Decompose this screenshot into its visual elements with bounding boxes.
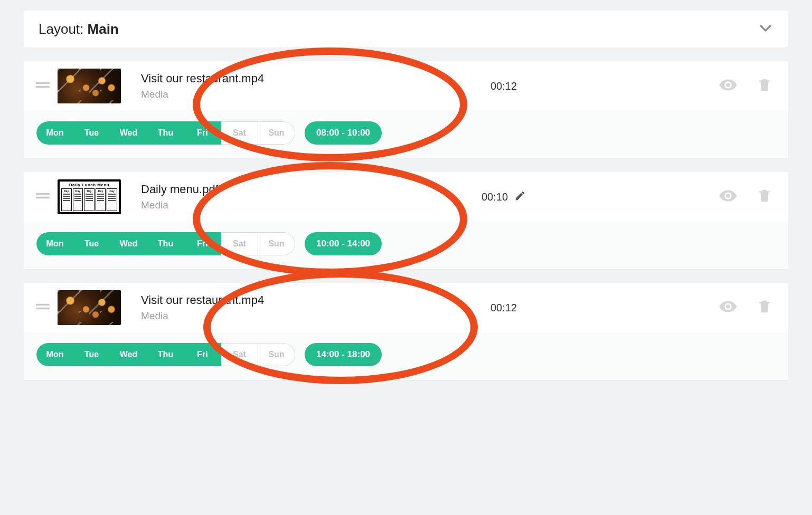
eye-icon[interactable] xyxy=(719,297,738,318)
schedule-row: MonTueWedThuFriSatSun14:00 - 18:00 xyxy=(24,332,788,380)
time-range-pill[interactable]: 08:00 - 10:00 xyxy=(305,121,382,145)
day-tue[interactable]: Tue xyxy=(73,343,110,366)
item-actions xyxy=(719,297,777,318)
layout-header-card: Layout: Main xyxy=(24,11,788,47)
day-wed[interactable]: Wed xyxy=(110,232,147,255)
layout-title: Layout: Main xyxy=(39,21,119,37)
file-title: Visit our restaurant.mp4 xyxy=(141,293,289,307)
day-mon[interactable]: Mon xyxy=(36,121,73,145)
day-sat[interactable]: Sat xyxy=(221,232,258,255)
trash-icon[interactable] xyxy=(757,76,772,96)
schedule-row: MonTueWedThuFriSatSun10:00 - 14:00 xyxy=(24,222,788,269)
item-info: Daily menu.pdfMedia xyxy=(141,183,289,211)
duration-value: 00:12 xyxy=(490,302,517,314)
eye-icon[interactable] xyxy=(719,75,738,97)
item-row: Visit our restaurant.mp4Media00:12 xyxy=(24,61,788,111)
trash-icon[interactable] xyxy=(757,187,772,207)
duration-value: 00:12 xyxy=(490,80,517,92)
file-type: Media xyxy=(141,310,289,322)
day-wed[interactable]: Wed xyxy=(110,343,147,366)
trash-icon[interactable] xyxy=(757,298,772,318)
day-sat[interactable]: Sat xyxy=(221,121,258,145)
item-info: Visit our restaurant.mp4Media xyxy=(141,293,289,322)
file-title: Daily menu.pdf xyxy=(141,183,289,196)
day-fri[interactable]: Fri xyxy=(184,121,221,145)
duration-value: 00:10 xyxy=(481,191,508,203)
day-thu[interactable]: Thu xyxy=(147,232,184,255)
item-actions xyxy=(719,75,777,97)
layout-header[interactable]: Layout: Main xyxy=(24,11,788,47)
schedule-item: Visit our restaurant.mp4Media00:12MonTue… xyxy=(24,61,788,158)
day-sun[interactable]: Sun xyxy=(258,343,295,366)
layout-title-name: Main xyxy=(88,21,119,37)
day-selector: MonTueWedThuFriSatSun xyxy=(36,232,295,255)
item-row: Daily Lunch MenuDayDayDayDayDayDaily men… xyxy=(24,172,788,222)
schedule-item: Daily Lunch MenuDayDayDayDayDayDaily men… xyxy=(24,172,788,269)
file-title: Visit our restaurant.mp4 xyxy=(141,72,289,85)
day-wed[interactable]: Wed xyxy=(110,121,147,145)
duration: 00:12 xyxy=(289,302,719,314)
item-info: Visit our restaurant.mp4Media xyxy=(141,72,289,100)
thumbnail[interactable]: Daily Lunch MenuDayDayDayDayDay xyxy=(58,179,121,214)
chevron-down-icon[interactable] xyxy=(758,20,773,38)
time-range-pill[interactable]: 10:00 - 14:00 xyxy=(305,232,382,255)
file-type: Media xyxy=(141,199,289,211)
duration: 00:10 xyxy=(289,190,719,204)
day-tue[interactable]: Tue xyxy=(73,121,110,145)
day-sun[interactable]: Sun xyxy=(258,121,295,145)
drag-handle-icon[interactable] xyxy=(35,191,52,203)
pencil-icon[interactable] xyxy=(514,190,526,204)
day-mon[interactable]: Mon xyxy=(36,232,73,255)
duration: 00:12 xyxy=(289,80,719,92)
day-tue[interactable]: Tue xyxy=(73,232,110,255)
day-thu[interactable]: Thu xyxy=(147,343,184,366)
drag-handle-icon[interactable] xyxy=(35,80,52,92)
eye-icon[interactable] xyxy=(719,186,738,207)
day-sun[interactable]: Sun xyxy=(258,232,295,255)
schedule-item: Visit our restaurant.mp4Media00:12MonTue… xyxy=(24,283,788,380)
day-mon[interactable]: Mon xyxy=(36,343,73,366)
file-type: Media xyxy=(141,89,289,100)
layout-title-prefix: Layout: xyxy=(39,21,88,37)
day-thu[interactable]: Thu xyxy=(147,121,184,145)
schedule-row: MonTueWedThuFriSatSun08:00 - 10:00 xyxy=(24,111,788,158)
item-row: Visit our restaurant.mp4Media00:12 xyxy=(24,283,788,332)
day-selector: MonTueWedThuFriSatSun xyxy=(36,121,295,145)
day-sat[interactable]: Sat xyxy=(221,343,258,366)
thumbnail[interactable] xyxy=(58,69,121,103)
time-range-pill[interactable]: 14:00 - 18:00 xyxy=(305,343,382,366)
day-selector: MonTueWedThuFriSatSun xyxy=(36,343,295,366)
thumbnail[interactable] xyxy=(58,290,121,325)
item-actions xyxy=(719,186,777,207)
drag-handle-icon[interactable] xyxy=(35,302,52,313)
day-fri[interactable]: Fri xyxy=(184,232,221,255)
day-fri[interactable]: Fri xyxy=(184,343,221,366)
